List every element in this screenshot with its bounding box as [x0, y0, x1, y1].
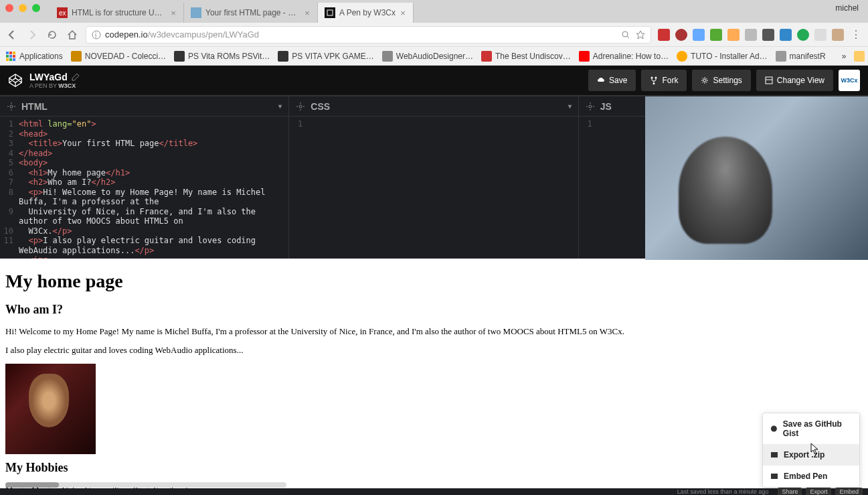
svg-rect-17 — [13, 58, 15, 61]
info-icon[interactable]: i — [92, 30, 101, 40]
svg-point-26 — [589, 105, 592, 108]
save-button[interactable]: Save — [588, 70, 636, 91]
gear-icon — [701, 76, 709, 84]
codepen-favicon-icon — [325, 7, 335, 18]
preview-image — [5, 364, 96, 454]
profile-avatar[interactable]: W3Cx — [839, 70, 860, 91]
close-tab-icon[interactable]: × — [304, 9, 311, 16]
url-domain: codepen.io — [105, 29, 148, 40]
svg-point-25 — [299, 105, 302, 108]
settings-button[interactable]: Settings — [692, 70, 750, 91]
home-button[interactable] — [66, 28, 79, 42]
gear-icon[interactable] — [586, 102, 595, 111]
pen-author[interactable]: W3Cx — [58, 82, 76, 89]
bookmarks-overflow-button[interactable]: » — [842, 52, 847, 61]
maximize-window-button[interactable] — [32, 4, 40, 12]
menu-icon[interactable]: ⋮ — [849, 28, 863, 42]
extension-icon[interactable] — [727, 29, 740, 41]
preview-p2: I also play electric guitar and loves co… — [5, 345, 863, 356]
bookmark-label: Adrenaline: How to… — [593, 52, 669, 61]
export-item-label: Save as GitHub Gist — [783, 419, 852, 438]
collapse-icon[interactable]: ▾ — [568, 102, 572, 110]
extension-icon[interactable] — [814, 29, 827, 41]
cursor-icon — [810, 443, 820, 455]
bookmark-item[interactable]: PS VITA VPK GAME… — [278, 51, 373, 62]
bookmark-item[interactable]: manifestR — [776, 51, 826, 62]
svg-rect-2 — [191, 7, 201, 18]
bookmarks-bar: Applications NOVEDAD - Colecci… PS Vita … — [0, 47, 868, 66]
extension-icon[interactable] — [693, 29, 705, 41]
bookmark-item[interactable]: The Best Undiscov… — [481, 51, 571, 62]
bookmark-favicon-icon — [481, 51, 492, 62]
zoom-icon[interactable] — [621, 30, 630, 40]
bookmark-label: PS Vita ROMs PSVit… — [188, 52, 270, 61]
html-editor-pane: HTML ▾ 1<html lang="en">2<head>3 <title>… — [0, 96, 289, 259]
export-button[interactable]: Export — [806, 488, 831, 495]
extension-icon[interactable] — [745, 29, 757, 41]
share-button[interactable]: Share — [778, 488, 802, 495]
browser-tab[interactable]: ex HTML is for structure Unit | Ja × — [50, 3, 184, 23]
other-bookmarks-button[interactable]: Autres favoris — [854, 51, 868, 62]
extension-icon[interactable] — [762, 29, 774, 41]
horizontal-scrollbar[interactable] — [5, 482, 286, 488]
embed-pen-item[interactable]: Embed Pen — [763, 466, 859, 487]
pen-subtitle-prefix: A PEN BY — [29, 82, 58, 89]
gear-icon[interactable] — [296, 102, 305, 111]
minimize-window-button[interactable] — [19, 4, 27, 12]
html-code-editor[interactable]: 1<html lang="en">2<head>3 <title>Your fi… — [0, 117, 288, 259]
bookmark-item[interactable]: PS Vita ROMs PSVit… — [174, 51, 270, 62]
extension-icon[interactable] — [675, 29, 687, 41]
close-tab-icon[interactable]: × — [170, 9, 177, 16]
preview-h2-who: Who am I? — [5, 303, 863, 317]
svg-point-18 — [651, 77, 653, 79]
url-input[interactable]: i codepen.io/w3devcampus/pen/LWYaGd — [86, 26, 651, 44]
bookmark-label: TUTO - Installer Ad… — [691, 52, 767, 61]
bookmark-item[interactable]: TUTO - Installer Ad… — [677, 51, 767, 62]
svg-line-8 — [627, 36, 629, 38]
tab-title: Your first HTML page - JS Bin — [205, 8, 300, 17]
bookmark-label: NOVEDAD - Colecci… — [85, 52, 166, 61]
bookmark-label: manifestR — [790, 52, 826, 61]
html-pane-header: HTML ▾ — [0, 96, 288, 117]
apps-button[interactable]: Applications — [5, 51, 63, 62]
star-icon[interactable] — [636, 30, 645, 40]
browser-tab[interactable]: Your first HTML page - JS Bin × — [184, 3, 318, 23]
css-code-editor[interactable]: 1 — [289, 117, 578, 259]
embed-button[interactable]: Embed — [835, 488, 863, 495]
extension-icon[interactable] — [658, 29, 670, 41]
extension-icon[interactable] — [710, 29, 722, 41]
svg-rect-29 — [771, 474, 778, 479]
extension-icon[interactable] — [797, 29, 809, 41]
reload-button[interactable] — [46, 28, 59, 42]
fork-button[interactable]: Fork — [641, 70, 687, 91]
close-tab-icon[interactable]: × — [400, 9, 406, 16]
github-icon — [770, 425, 778, 433]
browser-tab-bar: ex HTML is for structure Unit | Ja × You… — [0, 0, 868, 23]
codepen-logo-icon[interactable] — [8, 73, 23, 88]
css-pane-label: CSS — [311, 101, 330, 112]
svg-point-20 — [653, 83, 655, 85]
scrollbar-thumb[interactable] — [5, 482, 59, 488]
html-pane-label: HTML — [21, 101, 48, 112]
back-button[interactable] — [5, 28, 19, 42]
svg-rect-15 — [6, 58, 9, 61]
forward-button — [25, 28, 39, 42]
extension-icon[interactable] — [780, 29, 792, 41]
gear-icon[interactable] — [7, 102, 16, 111]
svg-point-24 — [10, 105, 13, 108]
close-window-button[interactable] — [5, 4, 13, 12]
browser-address-bar: i codepen.io/w3devcampus/pen/LWYaGd ⋮ — [0, 23, 868, 47]
svg-point-21 — [703, 79, 706, 82]
collapse-icon[interactable]: ▾ — [278, 102, 282, 110]
browser-tab-active[interactable]: A Pen by W3Cx × — [318, 3, 414, 23]
change-view-button[interactable]: Change View — [756, 70, 833, 91]
save-gist-item[interactable]: Save as GitHub Gist — [763, 413, 859, 444]
bookmark-item[interactable]: Adrenaline: How to… — [579, 51, 669, 62]
extension-icon[interactable] — [832, 29, 844, 41]
bookmark-item[interactable]: WebAudioDesigner… — [382, 51, 473, 62]
bookmark-item[interactable]: NOVEDAD - Colecci… — [71, 51, 166, 62]
svg-rect-13 — [9, 55, 12, 58]
edit-title-icon[interactable] — [72, 73, 80, 81]
svg-rect-10 — [9, 52, 12, 54]
svg-rect-22 — [766, 77, 772, 84]
